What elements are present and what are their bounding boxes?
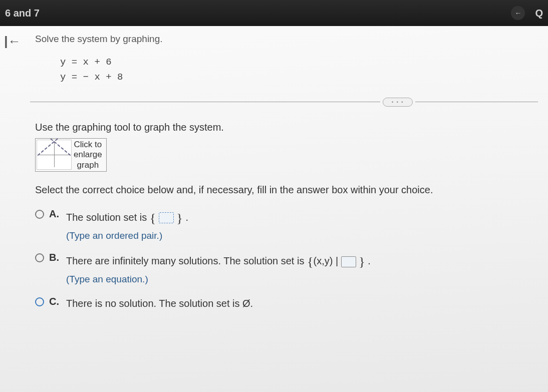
option-a[interactable]: A. The solution set is { } . (Type an or… xyxy=(35,208,538,243)
question-prompt: Solve the system by graphing. xyxy=(35,34,538,45)
option-b-hint: (Type an equation.) xyxy=(66,274,148,284)
select-prompt: Select the correct choice below and, if … xyxy=(35,184,538,196)
option-a-text-after: . xyxy=(185,212,188,223)
option-b-letter: B. xyxy=(49,252,60,263)
equation-2: y = − x + 8 xyxy=(60,70,538,85)
option-b-text-after: . xyxy=(368,255,371,266)
left-brace-icon: { xyxy=(150,211,156,225)
option-c-letter: C. xyxy=(49,296,60,307)
option-b[interactable]: B. There are infinitely many solutions. … xyxy=(35,252,538,287)
top-right-controls: ← Q xyxy=(511,6,543,20)
top-bar: 6 and 7 ← Q xyxy=(0,0,548,26)
divider-line-right xyxy=(415,102,538,102)
option-c-text: There is no solution. The solution set i… xyxy=(66,298,253,309)
graph-instruction: Use the graphing tool to graph the syste… xyxy=(35,122,538,133)
question-panel: Solve the system by graphing. y = x + 6 … xyxy=(25,26,548,392)
option-a-hint: (Type an ordered pair.) xyxy=(66,230,162,241)
option-c[interactable]: C. There is no solution. The solution se… xyxy=(35,296,538,311)
answer-options: A. The solution set is { } . (Type an or… xyxy=(35,208,538,311)
answer-input-a[interactable] xyxy=(159,212,174,223)
option-a-text-before: The solution set is xyxy=(66,212,150,223)
right-brace-icon: } xyxy=(359,254,365,269)
section-divider: • • • xyxy=(30,98,538,107)
divider-line xyxy=(30,102,380,102)
left-gutter: |← xyxy=(0,26,25,392)
option-a-body: The solution set is { } . (Type an order… xyxy=(66,208,188,243)
graph-button-label: Click to enlarge graph xyxy=(74,140,102,170)
expand-pill-button[interactable]: • • • xyxy=(383,98,413,107)
collapse-left-icon[interactable]: |← xyxy=(4,34,21,49)
back-nav-button[interactable]: ← xyxy=(511,6,525,20)
back-arrow-icon: ← xyxy=(514,9,521,17)
option-b-text-before: There are infinitely many solutions. The… xyxy=(66,255,307,266)
content-area: |← Solve the system by graphing. y = x +… xyxy=(0,26,548,392)
equation-block: y = x + 6 y = − x + 8 xyxy=(60,55,538,85)
radio-b[interactable] xyxy=(35,253,44,262)
ellipsis-icon: • • • xyxy=(392,100,404,105)
right-brace-icon: } xyxy=(176,211,182,225)
option-c-body: There is no solution. The solution set i… xyxy=(66,296,253,311)
equation-1: y = x + 6 xyxy=(60,55,538,70)
page-range-label: 6 and 7 xyxy=(5,8,40,19)
enlarge-graph-button[interactable]: Click to enlarge graph xyxy=(35,138,107,172)
q-label: Q xyxy=(535,8,543,19)
radio-c[interactable] xyxy=(35,297,44,306)
left-brace-icon: { xyxy=(307,254,313,269)
option-a-letter: A. xyxy=(49,208,60,220)
graph-thumbnail-icon xyxy=(37,140,72,170)
option-b-set-prefix: (x,y) | xyxy=(313,255,341,266)
answer-input-b[interactable] xyxy=(341,256,356,267)
option-b-body: There are infinitely many solutions. The… xyxy=(66,252,371,287)
radio-a[interactable] xyxy=(35,210,44,219)
